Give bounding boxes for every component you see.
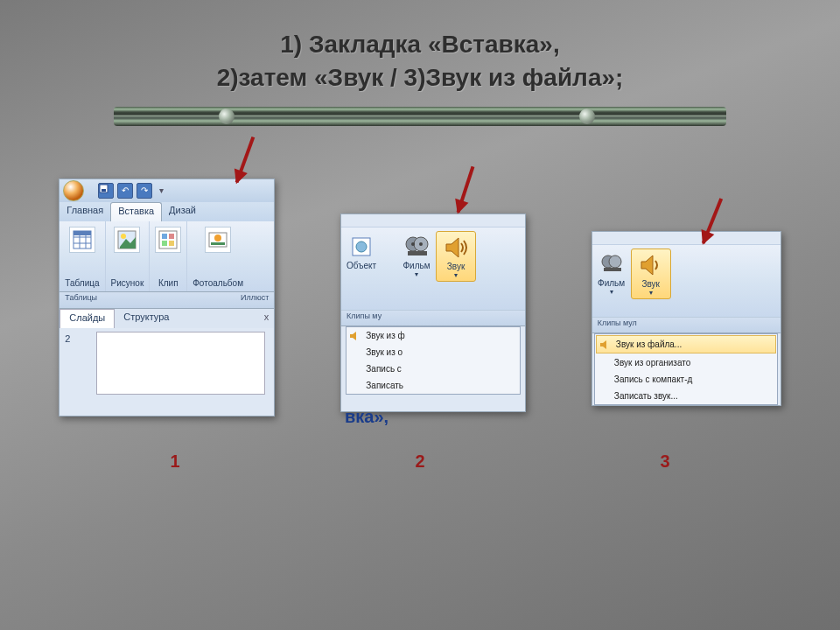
group-mediaclips-label: Клипы му (341, 310, 525, 326)
ribbon-media: Объект Фильм ▾ Звук ▾ (341, 228, 525, 310)
svg-marker-32 (600, 340, 606, 349)
clipart-icon (155, 227, 181, 253)
svg-point-29 (609, 256, 621, 268)
ribbon-btn-clip[interactable]: Клип (150, 221, 187, 291)
menu-sound-from-organizer[interactable]: Звук из о (346, 344, 519, 360)
screenshot-row: ↶ ↷ ▾ Главная Вставка Дизай Таблица Рису… (0, 178, 840, 416)
label-2: 2 (415, 452, 424, 472)
ribbon-btn-picture[interactable]: Рисунок (106, 221, 150, 291)
svg-rect-14 (162, 241, 167, 246)
picture-icon (114, 227, 140, 253)
ribbon-btn-sound-3[interactable]: Звук ▾ (631, 248, 671, 299)
ribbon-btn-object[interactable]: Объект (341, 231, 382, 272)
tab-home[interactable]: Главная (60, 202, 110, 221)
decorative-divider (114, 107, 726, 126)
screenshot-2: Объект Фильм ▾ Звук ▾ Клипы му (340, 214, 526, 412)
svg-rect-30 (604, 268, 621, 271)
svg-rect-25 (408, 251, 427, 256)
group-mediaclips-label-3: Клипы мул (592, 317, 780, 333)
ribbon-group-labels: Таблицы Иллюст (60, 292, 274, 309)
tab-design[interactable]: Дизай (162, 202, 203, 221)
svg-marker-27 (350, 332, 356, 340)
office-orb-button[interactable] (63, 180, 84, 201)
slide-title: 1) Закладка «Вставка», 2)затем «Звук / 3… (0, 28, 840, 94)
red-arrow-2 (457, 165, 475, 213)
slide-thumbnail[interactable] (96, 332, 265, 395)
svg-rect-15 (169, 241, 174, 246)
group-tables-label: Таблицы (65, 293, 167, 307)
ribbon-btn-album[interactable]: Фотоальбом (187, 221, 248, 291)
tab-outline[interactable]: Структура (115, 309, 178, 328)
background-fragment: вка», (341, 395, 525, 439)
tab-slides[interactable]: Слайды (60, 309, 115, 328)
table-icon (69, 227, 95, 253)
save-icon[interactable] (98, 183, 114, 199)
svg-rect-7 (74, 231, 91, 235)
ribbon-btn-film[interactable]: Фильм ▾ (397, 231, 436, 280)
menu-record-sound-3[interactable]: Записать звук... (595, 388, 778, 404)
svg-marker-31 (641, 256, 653, 275)
svg-point-9 (121, 234, 126, 239)
film-icon (598, 250, 626, 278)
sound-dropdown-3: Звук из файла... Звук из организато Запи… (594, 333, 779, 405)
close-pane-icon[interactable]: x (259, 309, 275, 328)
label-1: 1 (170, 452, 179, 472)
ribbon-btn-table[interactable]: Таблица (60, 221, 105, 291)
speaker-icon (442, 234, 470, 262)
photoalbum-icon (205, 227, 231, 253)
tab-insert[interactable]: Вставка (110, 202, 162, 221)
slide-number: 2 (60, 328, 75, 395)
screenshot-1: ↶ ↷ ▾ Главная Вставка Дизай Таблица Рису… (59, 178, 275, 416)
qat-more-icon[interactable]: ▾ (159, 186, 164, 195)
slide-pane-tabs: Слайды Структура x (60, 309, 274, 328)
svg-point-24 (419, 242, 423, 246)
undo-icon[interactable]: ↶ (117, 183, 133, 199)
ribbon-tabs: Главная Вставка Дизай (60, 202, 274, 221)
sound-dropdown: Звук из ф Звук из о Запись с Записать (346, 326, 520, 395)
svg-rect-1 (102, 189, 106, 192)
menu-sound-from-organizer-3[interactable]: Звук из организато (595, 354, 778, 371)
red-arrow-1 (235, 136, 256, 183)
redo-icon[interactable]: ↷ (136, 183, 152, 199)
svg-marker-26 (446, 238, 458, 257)
svg-rect-18 (211, 242, 225, 245)
step-numbers: 1 2 3 (0, 452, 840, 472)
svg-rect-13 (169, 234, 174, 239)
label-3: 3 (660, 452, 669, 472)
svg-point-20 (356, 242, 367, 252)
menu-sound-from-file[interactable]: Звук из ф (346, 327, 519, 344)
speaker-icon (637, 251, 665, 279)
svg-point-17 (214, 234, 221, 242)
svg-rect-12 (162, 234, 167, 239)
menu-record-from-cd-3[interactable]: Запись с компакт-д (595, 371, 778, 388)
group-illustrations-label: Иллюст (167, 293, 270, 307)
ribbon-media-3: Фильм ▾ Звук ▾ (592, 245, 780, 317)
ribbon-insert: Таблица Рисунок Клип Фотоальбом (60, 221, 274, 292)
menu-sound-from-file-3[interactable]: Звук из файла... (596, 335, 777, 354)
svg-point-23 (411, 242, 415, 246)
speaker-small-icon (599, 339, 612, 351)
menu-record-from-cd[interactable]: Запись с (346, 360, 519, 377)
title-line-2: 2)затем «Звук / 3)Звук из файла»; (0, 61, 840, 94)
screenshot-3: Фильм ▾ Звук ▾ Клипы мул Звук из файла..… (592, 231, 781, 406)
ribbon-btn-sound[interactable]: Звук ▾ (436, 231, 476, 282)
ribbon-btn-film-3[interactable]: Фильм ▾ (592, 248, 631, 298)
object-icon (347, 233, 375, 261)
speaker-small-icon (349, 330, 361, 342)
title-line-1: 1) Закладка «Вставка», (0, 28, 840, 61)
menu-record-sound[interactable]: Записать (346, 377, 519, 394)
film-icon (402, 233, 430, 261)
